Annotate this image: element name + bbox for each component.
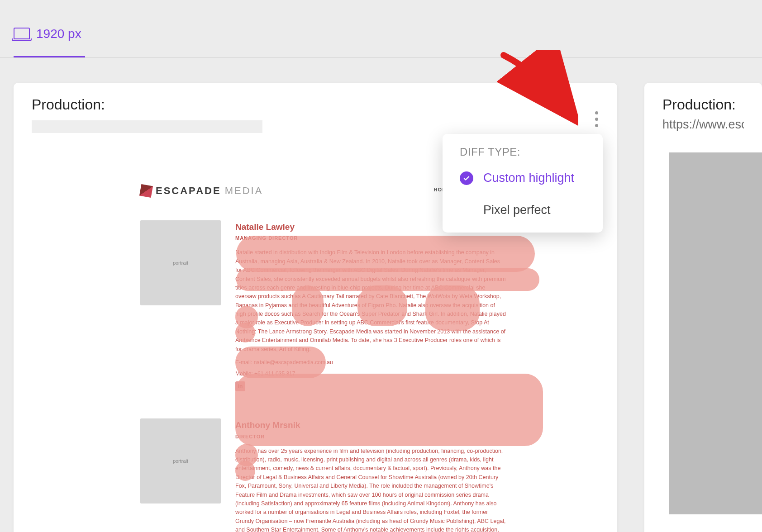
card-header-right: Production: https://www.escapa bbox=[644, 83, 762, 143]
env-label-right: Production: bbox=[662, 96, 744, 113]
card-menu-button[interactable] bbox=[590, 108, 603, 130]
card-right: Production: https://www.escapa bbox=[644, 83, 762, 532]
person-block: portrait Anthony Mrsnik DIRECTOR Anthony… bbox=[41, 418, 590, 532]
person-title: MANAGING DIRECTOR bbox=[235, 234, 507, 242]
url-redacted bbox=[32, 120, 262, 133]
dropdown-title: DIFF TYPE: bbox=[443, 146, 603, 162]
person-title: DIRECTOR bbox=[235, 433, 507, 441]
screenshot-placeholder bbox=[669, 152, 762, 514]
person-block: portrait Natalie Lawley MANAGING DIRECTO… bbox=[41, 220, 590, 418]
check-icon bbox=[460, 171, 473, 185]
bio-anthony: Anthony Mrsnik DIRECTOR Anthony has over… bbox=[235, 418, 507, 532]
dropdown-item-custom-highlight[interactable]: Custom highlight bbox=[443, 162, 603, 194]
portrait-anthony: portrait bbox=[140, 418, 221, 504]
linkedin-icon: in bbox=[235, 381, 245, 391]
dropdown-item-label: Custom highlight bbox=[483, 171, 574, 185]
dropdown-item-label: Pixel perfect bbox=[483, 203, 551, 217]
brand-light: MEDIA bbox=[225, 185, 263, 197]
person-bio-text: Natalie started in distribution with Ind… bbox=[235, 248, 507, 354]
breakpoint-label: 1920 px bbox=[36, 27, 81, 41]
diff-type-dropdown: DIFF TYPE: Custom highlight Pixel perfec… bbox=[443, 134, 603, 233]
screenshot-preview-right bbox=[644, 143, 762, 532]
brand-logo-icon bbox=[139, 184, 153, 198]
person-bio-text: Anthony has over 25 years experience in … bbox=[235, 447, 507, 532]
person-mobile: Mobile: +61 411 035 317 bbox=[235, 370, 507, 378]
bio-natalie: Natalie Lawley MANAGING DIRECTOR Natalie… bbox=[235, 220, 507, 391]
breakpoint-bar: 1920 px bbox=[0, 0, 762, 58]
brand-strong: ESCAPADE bbox=[156, 185, 221, 197]
laptop-icon bbox=[14, 28, 30, 39]
url-right: https://www.escapa bbox=[662, 118, 744, 132]
portrait-natalie: portrait bbox=[140, 220, 221, 305]
site-brand: ESCAPADEMEDIA bbox=[140, 185, 263, 197]
person-name: Anthony Mrsnik bbox=[235, 418, 507, 432]
person-email: E-mail: natalie@escapademedia.com.au bbox=[235, 358, 507, 367]
breakpoint-tab-1920[interactable]: 1920 px bbox=[14, 27, 81, 57]
cards-row: Production: ESCAPADEMEDIA HOME ABOUT TIT… bbox=[0, 58, 762, 532]
dropdown-item-pixel-perfect[interactable]: Pixel perfect bbox=[443, 194, 603, 226]
env-label-left: Production: bbox=[32, 96, 599, 113]
